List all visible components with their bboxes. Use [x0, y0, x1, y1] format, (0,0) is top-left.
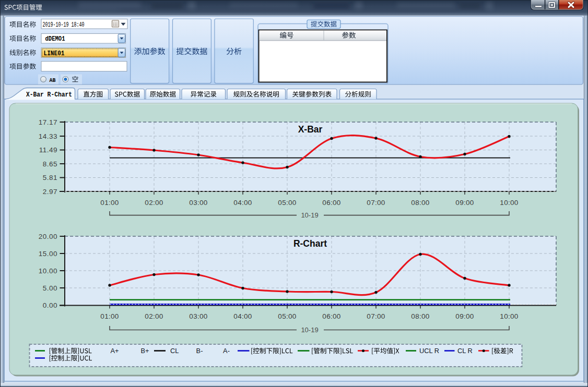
svg-text:03:00: 03:00 [189, 199, 207, 207]
svg-text:11.49: 11.49 [39, 146, 57, 154]
svg-text:CL R: CL R [457, 347, 473, 355]
svg-text:A-: A- [223, 347, 230, 355]
svg-text:07:00: 07:00 [367, 199, 385, 207]
svg-text:5.00: 5.00 [43, 284, 57, 292]
svg-text:UCL R: UCL R [419, 347, 439, 355]
svg-text:10:00: 10:00 [500, 312, 518, 320]
svg-text:14.33: 14.33 [39, 132, 57, 140]
svg-text:05:00: 05:00 [278, 312, 296, 320]
svg-text:R-Chart: R-Chart [293, 238, 327, 249]
svg-text:08:00: 08:00 [411, 312, 429, 320]
svg-text:15.00: 15.00 [39, 250, 57, 258]
svg-text:04:00: 04:00 [233, 312, 252, 320]
svg-text:03:00: 03:00 [189, 312, 207, 320]
svg-text:09:00: 09:00 [455, 312, 474, 320]
svg-text:09:00: 09:00 [455, 199, 474, 207]
svg-text:5.81: 5.81 [43, 174, 57, 182]
svg-text:17.17: 17.17 [39, 118, 57, 126]
svg-text:08:00: 08:00 [411, 199, 429, 207]
svg-text:07:00: 07:00 [367, 312, 385, 320]
svg-text:8.65: 8.65 [43, 160, 57, 168]
svg-text:2019-10-19 18:40: 2019-10-19 18:40 [43, 21, 85, 29]
svg-text:02:00: 02:00 [145, 312, 163, 320]
svg-text:04:00: 04:00 [233, 199, 252, 207]
svg-text:X-Bar: X-Bar [298, 124, 323, 135]
svg-text:10-19: 10-19 [301, 326, 318, 334]
svg-text:01:00: 01:00 [100, 312, 119, 320]
svg-text:20.00: 20.00 [39, 233, 57, 240]
svg-text:B+: B+ [140, 347, 149, 355]
svg-text:0.00: 0.00 [43, 301, 57, 309]
svg-text:06:00: 06:00 [322, 312, 340, 320]
svg-text:05:00: 05:00 [278, 199, 296, 207]
svg-text:2.97: 2.97 [43, 188, 57, 196]
svg-text:dDEMO1: dDEMO1 [45, 35, 65, 43]
svg-text:A+: A+ [110, 347, 119, 355]
svg-text:X-Bar R-Chart: X-Bar R-Chart [26, 91, 72, 99]
svg-text:CL: CL [170, 347, 179, 355]
svg-text:10.00: 10.00 [39, 267, 57, 275]
svg-text:LINE01: LINE01 [44, 50, 65, 57]
svg-text:01:00: 01:00 [100, 199, 119, 207]
svg-text:10-19: 10-19 [301, 211, 318, 219]
svg-text:02:00: 02:00 [145, 199, 163, 207]
svg-text:10:00: 10:00 [500, 199, 518, 207]
svg-text:B-: B- [196, 347, 203, 355]
svg-text:AB: AB [50, 77, 56, 83]
svg-text:06:00: 06:00 [322, 199, 340, 207]
